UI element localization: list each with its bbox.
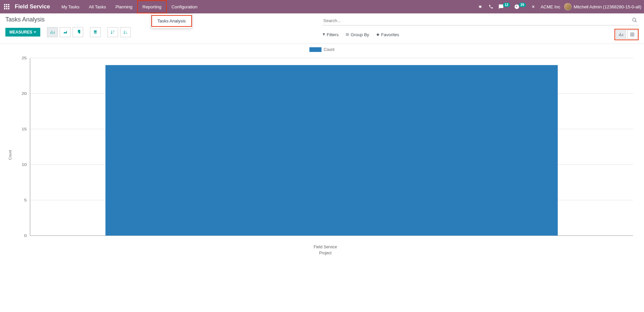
svg-text:25: 25 bbox=[22, 56, 27, 60]
svg-text:0: 0 bbox=[24, 234, 27, 238]
user-avatar bbox=[564, 3, 572, 10]
svg-point-3 bbox=[94, 33, 97, 34]
search-wrap bbox=[322, 16, 639, 25]
caret-down-icon bbox=[34, 32, 36, 33]
svg-point-1 bbox=[94, 30, 97, 32]
svg-text:10: 10 bbox=[22, 163, 27, 167]
measures-button[interactable]: MEASURES bbox=[5, 28, 40, 37]
svg-text:15: 15 bbox=[22, 127, 27, 131]
navbar-right: 12 29 ACME Inc Mitchell Admin (12368280-… bbox=[477, 3, 641, 10]
svg-point-0 bbox=[479, 6, 481, 8]
nav-reporting[interactable]: Reporting bbox=[137, 0, 167, 13]
filters-label: Filters bbox=[327, 32, 339, 37]
dropdown-tasks-analysis[interactable]: Tasks Analysis bbox=[151, 15, 192, 27]
favorites-label: Favorites bbox=[381, 32, 399, 37]
x-category-label: Field Service bbox=[13, 245, 637, 249]
svg-point-2 bbox=[94, 32, 97, 33]
nav-planning[interactable]: Planning bbox=[111, 1, 137, 13]
favorites-button[interactable]: Favorites bbox=[376, 32, 399, 37]
reporting-dropdown: Tasks Analysis bbox=[151, 13, 192, 28]
bar-chart-icon bbox=[618, 32, 623, 37]
apps-launcher-icon[interactable] bbox=[3, 3, 11, 11]
x-axis-labels: Field Service Project bbox=[13, 245, 637, 255]
sort-asc-button[interactable] bbox=[120, 27, 131, 37]
y-axis-label: Count bbox=[7, 55, 13, 255]
legend-swatch bbox=[309, 47, 321, 52]
line-chart-icon bbox=[63, 30, 67, 35]
pie-chart-icon bbox=[76, 30, 80, 35]
filter-row: Filters Group By Favorites bbox=[322, 29, 639, 44]
close-tray-icon[interactable] bbox=[530, 3, 537, 10]
bug-icon[interactable] bbox=[477, 3, 484, 10]
navbar-left: Field Service My Tasks All Tasks Plannin… bbox=[3, 0, 477, 13]
activities-indicator[interactable]: 29 bbox=[514, 4, 526, 9]
view-switcher bbox=[614, 29, 639, 40]
company-switcher[interactable]: ACME Inc bbox=[541, 4, 560, 9]
messages-badge: 12 bbox=[503, 3, 510, 7]
svg-rect-5 bbox=[631, 33, 634, 37]
sort-desc-icon bbox=[110, 30, 115, 35]
chart-legend[interactable]: Count bbox=[7, 47, 637, 52]
bar-chart-type-button[interactable] bbox=[47, 27, 58, 37]
svg-point-4 bbox=[633, 18, 636, 21]
filters-button[interactable]: Filters bbox=[322, 32, 339, 37]
graph-view-button[interactable] bbox=[616, 30, 626, 39]
messages-indicator[interactable]: 12 bbox=[498, 4, 510, 9]
main-menu: My Tasks All Tasks Planning Reporting Co… bbox=[57, 0, 202, 13]
measures-label: MEASURES bbox=[9, 30, 32, 35]
stack-icon bbox=[93, 30, 98, 35]
x-axis-title: Project bbox=[13, 251, 637, 255]
bar-field-service[interactable] bbox=[105, 65, 558, 236]
search-input[interactable] bbox=[322, 16, 639, 25]
sort-asc-icon bbox=[123, 30, 128, 35]
chart-toolbar: MEASURES bbox=[5, 27, 322, 41]
user-name: Mitchell Admin (12368280-15-0-all) bbox=[574, 4, 641, 9]
control-panel: Tasks Analysis MEASURES bbox=[0, 13, 644, 44]
bar-chart-icon bbox=[50, 30, 55, 35]
table-icon bbox=[630, 32, 635, 37]
pie-chart-type-button[interactable] bbox=[72, 27, 83, 37]
funnel-icon bbox=[322, 33, 326, 36]
nav-all-tasks[interactable]: All Tasks bbox=[84, 1, 111, 13]
groupby-button[interactable]: Group By bbox=[345, 32, 369, 37]
legend-label: Count bbox=[324, 47, 334, 52]
chart-svg: 0510152025 bbox=[13, 55, 637, 242]
user-menu[interactable]: Mitchell Admin (12368280-15-0-all) bbox=[564, 3, 641, 10]
phone-icon[interactable] bbox=[488, 3, 494, 10]
app-brand[interactable]: Field Service bbox=[15, 3, 50, 10]
pivot-view-button[interactable] bbox=[627, 30, 637, 39]
nav-my-tasks[interactable]: My Tasks bbox=[57, 1, 84, 13]
list-icon bbox=[345, 33, 349, 37]
chart-area: Count Count 0510152025 Field Service Pro… bbox=[0, 44, 644, 259]
stacked-button[interactable] bbox=[90, 27, 101, 37]
svg-text:20: 20 bbox=[22, 91, 27, 96]
svg-text:5: 5 bbox=[24, 198, 27, 202]
star-icon bbox=[376, 33, 380, 37]
activities-badge: 29 bbox=[519, 3, 526, 7]
line-chart-type-button[interactable] bbox=[60, 27, 70, 37]
top-navbar: Field Service My Tasks All Tasks Plannin… bbox=[0, 0, 644, 13]
sort-desc-button[interactable] bbox=[107, 27, 118, 37]
search-icon[interactable] bbox=[632, 17, 637, 24]
groupby-label: Group By bbox=[351, 32, 369, 37]
nav-configuration[interactable]: Configuration bbox=[167, 1, 202, 13]
